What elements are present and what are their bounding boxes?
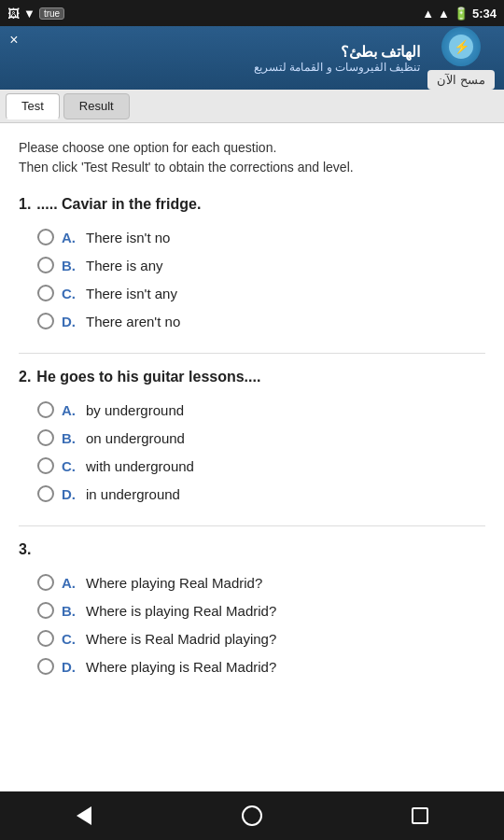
question-2-options: A. by underground B. on underground C. w… bbox=[19, 397, 485, 507]
status-right: ▲ ▲ 🔋 5:34 bbox=[422, 7, 497, 21]
option-1a-letter: A. bbox=[62, 230, 78, 245]
option-1a[interactable]: A. There isn't no bbox=[37, 224, 485, 250]
true-badge: true bbox=[39, 7, 64, 20]
radio-1d[interactable] bbox=[37, 313, 54, 329]
option-3b-letter: B. bbox=[62, 603, 78, 619]
question-2-text: He goes to his guitar lessons.... bbox=[36, 369, 260, 385]
signal-icon: ▼ bbox=[23, 7, 35, 21]
status-left: 🖼 ▼ true bbox=[7, 7, 64, 21]
option-3a-text: Where playing Real Madrid? bbox=[86, 575, 262, 591]
radio-2b[interactable] bbox=[37, 429, 54, 446]
option-2b[interactable]: B. on underground bbox=[37, 425, 485, 451]
option-3d[interactable]: D. Where playing is Real Madrid? bbox=[37, 653, 485, 679]
option-2a-letter: A. bbox=[62, 402, 78, 418]
divider-1 bbox=[19, 353, 485, 354]
radio-2d[interactable] bbox=[37, 485, 54, 502]
ad-title: الهاتف بطئ؟ bbox=[65, 43, 420, 61]
battery-icon: 🔋 bbox=[454, 7, 469, 21]
question-1: 1. ..... Caviar in the fridge. A. There … bbox=[19, 196, 485, 334]
nav-tabs: Test Result bbox=[0, 90, 504, 123]
option-2d-text: in underground bbox=[86, 486, 180, 502]
instructions: Please choose one option for each questi… bbox=[19, 138, 485, 177]
option-2b-letter: B. bbox=[62, 430, 78, 446]
option-1c-text: There isn't any bbox=[86, 286, 177, 301]
question-2-number: 2. bbox=[19, 369, 31, 385]
tab-test[interactable]: Test bbox=[6, 93, 60, 119]
instruction-line2: Then click 'Test Result' to obtain the c… bbox=[19, 158, 485, 177]
status-bar: 🖼 ▼ true ▲ ▲ 🔋 5:34 bbox=[0, 0, 504, 26]
question-2: 2. He goes to his guitar lessons.... A. … bbox=[19, 369, 485, 507]
ad-banner: × الهاتف بطئ؟ تنظيف الفيروسات و القمامة … bbox=[0, 26, 504, 90]
option-3a[interactable]: A. Where playing Real Madrid? bbox=[37, 569, 485, 595]
option-1c[interactable]: C. There isn't any bbox=[37, 280, 485, 306]
question-2-title: 2. He goes to his guitar lessons.... bbox=[19, 369, 485, 385]
option-3c[interactable]: C. Where is Real Madrid playing? bbox=[37, 625, 485, 651]
home-button[interactable] bbox=[235, 799, 269, 833]
clock: 5:34 bbox=[472, 7, 497, 21]
ad-icon-inner: ⚡ bbox=[449, 35, 473, 59]
radio-3d[interactable] bbox=[37, 658, 54, 675]
instruction-line1: Please choose one option for each questi… bbox=[19, 138, 485, 158]
ad-icon: ⚡ bbox=[441, 27, 481, 66]
option-1c-letter: C. bbox=[62, 286, 78, 301]
wifi-icon: ▲ bbox=[422, 7, 434, 21]
radio-3a[interactable] bbox=[37, 574, 54, 591]
option-1b-letter: B. bbox=[62, 258, 78, 273]
radio-3c[interactable] bbox=[37, 630, 54, 647]
option-1d-letter: D. bbox=[62, 314, 78, 329]
ad-button-wrap: ⚡ مسح الآن bbox=[427, 27, 495, 90]
home-icon bbox=[242, 805, 262, 826]
option-1b-text: There is any bbox=[86, 258, 163, 273]
option-3a-letter: A. bbox=[62, 575, 78, 591]
option-3b-text: Where is playing Real Madrid? bbox=[86, 603, 276, 619]
question-3-options: A. Where playing Real Madrid? B. Where i… bbox=[19, 569, 485, 679]
question-3-title: 3. bbox=[19, 541, 485, 558]
tab-result[interactable]: Result bbox=[63, 93, 130, 119]
radio-3b[interactable] bbox=[37, 602, 54, 619]
ad-close-button[interactable]: × bbox=[6, 32, 22, 49]
option-1a-text: There isn't no bbox=[86, 230, 170, 245]
ad-text: الهاتف بطئ؟ تنظيف الفيروسات و القمامة لت… bbox=[9, 43, 427, 74]
option-2d-letter: D. bbox=[62, 486, 78, 502]
option-3b[interactable]: B. Where is playing Real Madrid? bbox=[37, 597, 485, 623]
radio-1b[interactable] bbox=[37, 257, 54, 273]
option-2a[interactable]: A. by underground bbox=[37, 397, 485, 423]
option-2c-text: with underground bbox=[86, 458, 194, 474]
option-1b[interactable]: B. There is any bbox=[37, 252, 485, 278]
option-3c-text: Where is Real Madrid playing? bbox=[86, 631, 276, 647]
option-3d-text: Where playing is Real Madrid? bbox=[86, 659, 276, 675]
option-1d[interactable]: D. There aren't no bbox=[37, 308, 485, 334]
option-2c-letter: C. bbox=[62, 458, 78, 474]
option-3d-letter: D. bbox=[62, 659, 78, 675]
option-2b-text: on underground bbox=[86, 430, 185, 446]
back-icon bbox=[77, 806, 91, 825]
option-2d[interactable]: D. in underground bbox=[37, 481, 485, 507]
question-1-text: ..... Caviar in the fridge. bbox=[36, 196, 201, 213]
back-button[interactable] bbox=[67, 799, 101, 833]
question-1-number: 1. bbox=[19, 196, 31, 213]
image-icon: 🖼 bbox=[7, 7, 20, 21]
question-3-number: 3. bbox=[19, 541, 31, 558]
ad-subtitle: تنظيف الفيروسات و القمامة لتسريع bbox=[65, 61, 420, 74]
radio-1a[interactable] bbox=[37, 229, 54, 245]
bottom-nav bbox=[0, 791, 504, 840]
ad-action-button[interactable]: مسح الآن bbox=[427, 70, 495, 90]
option-2c[interactable]: C. with underground bbox=[37, 453, 485, 479]
question-1-options: A. There isn't no B. There is any C. The… bbox=[19, 224, 485, 334]
divider-2 bbox=[19, 525, 485, 526]
option-2a-text: by underground bbox=[86, 402, 184, 418]
main-content: Please choose one option for each questi… bbox=[0, 123, 504, 717]
question-1-title: 1. ..... Caviar in the fridge. bbox=[19, 196, 485, 213]
recents-button[interactable] bbox=[403, 799, 437, 833]
recents-icon bbox=[412, 807, 428, 824]
option-3c-letter: C. bbox=[62, 631, 78, 647]
signal-bars-icon: ▲ bbox=[438, 7, 450, 21]
radio-2c[interactable] bbox=[37, 457, 54, 474]
question-3: 3. A. Where playing Real Madrid? B. Wher… bbox=[19, 541, 485, 679]
option-1d-text: There aren't no bbox=[86, 314, 180, 329]
radio-1c[interactable] bbox=[37, 285, 54, 301]
radio-2a[interactable] bbox=[37, 401, 54, 418]
